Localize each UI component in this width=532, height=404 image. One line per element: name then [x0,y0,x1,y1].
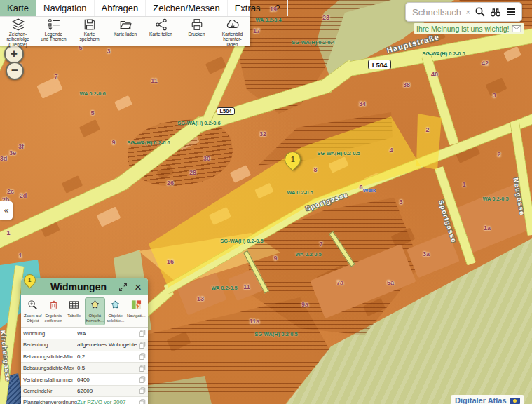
copy-icon[interactable] [137,387,146,394]
printer-icon [190,18,204,31]
close-icon[interactable]: × [132,281,144,292]
row-value: 0,2 [77,354,137,360]
legend-icon [47,18,61,31]
parcel-number: 40 [431,71,438,78]
binoculars-icon[interactable] [490,6,501,18]
menu-icon[interactable] [505,6,517,18]
parcel-number: 3f [18,143,24,150]
folder-open-icon [118,18,132,31]
menu-tab-2[interactable]: Abfragen [95,0,146,16]
parcel-number: 11 [243,283,250,290]
menu-tab-1[interactable]: Navigation [36,0,94,16]
copy-icon[interactable] [137,353,146,360]
panel-tool-5[interactable]: Navigati... [126,297,147,325]
copy-icon[interactable] [137,399,146,404]
copy-icon[interactable] [137,342,146,349]
menu-tab-3[interactable]: Zeichen/Messen [146,0,227,16]
zone-label: WA 0.2-0.6 [79,90,105,97]
copy-icon[interactable] [137,330,146,337]
atlas-logo-icon [510,398,520,404]
zone-label: WA 0.2-0.5 [287,189,313,196]
parcel-number: 1 [6,229,10,236]
save-icon [83,18,97,31]
panel-header: 1 Widmungen × [21,278,148,295]
menu-tool-5[interactable]: Drucken [179,18,214,36]
parcel-number: 9 [111,139,115,146]
row-value: 0400 [77,377,137,383]
row-label: Bebauungsdichte-Max [23,365,77,371]
menu-tool-label: Drucken [188,32,205,36]
zoom-in-label: + [11,47,18,61]
table-row: WidmungWA [21,328,148,339]
widmungen-panel: 1 Widmungen × Zoom auf ObjektErgebnis en… [21,278,148,404]
menu-tool-label: Karte teilen [149,32,172,36]
parcel-number: 4 [389,147,393,154]
menu-tool-4[interactable]: Karte teilen [143,18,179,36]
parcel-number: 34 [359,100,366,107]
panel-tool-3[interactable]: Objekt hervorh... [85,297,106,325]
zone-label: SG-WA(H) 0.2-0.5 [254,331,297,337]
zone-label: SG-WA(H) 0.2-0.5 [422,50,465,57]
expand-icon[interactable] [117,281,128,292]
zone-label: SG-WA(H) 0.2-0.5 [220,238,263,244]
search-icon[interactable] [475,6,486,18]
envelope-icon [512,22,521,35]
menu-tab-4[interactable]: Extras [228,0,268,16]
panel-tool-0[interactable]: Zoom auf Objekt [22,297,43,325]
zoom-out-button[interactable]: − [6,62,24,80]
panel-tool-2[interactable]: Tabelle [64,297,85,325]
zone-label: WA 0.2-0.5 [482,196,508,202]
parcel-number: 3 [492,92,496,99]
parcel-number: 7 [319,241,322,248]
parcel-number: 7a [336,279,343,286]
menu-tool-6[interactable]: Kartenbild herunter- laden [214,18,250,47]
panel-tool-4[interactable]: Objekte selektie... [105,297,126,325]
copy-icon[interactable] [137,365,146,372]
table-row: Verfahrensfallnummer0400 [21,373,148,384]
menu-tool-0[interactable]: Zeichen- reihenfolge (Dienste) [0,18,36,47]
menu-tool-2[interactable]: Karte speichern [71,18,107,42]
zoom-object-icon [27,299,38,313]
menu-tab-0[interactable]: Karte [0,0,36,16]
search-input[interactable] [411,6,462,18]
parcel-number: 42 [482,60,489,67]
table-row: Bedeutungallgemeines Wohngebiet [21,339,148,350]
panel-tool-label: Tabelle [67,314,81,318]
table-row: GemeindeNr62009 [21,385,148,396]
zone-label: SG-WA(H) 0.2-0.6 [127,140,170,146]
panel-tool-1[interactable]: Ergebnis entfernen [43,297,64,325]
parcel-number: 2 [497,151,500,158]
highlight-object-icon [90,299,100,313]
parcel-number: 26 [167,180,174,187]
panel-tool-label: Zoom auf Objekt [24,314,41,323]
main-menu: KarteNavigationAbfragenZeichen/MessenExt… [0,0,250,46]
table-row: Bebauungsdichte-Min0,2 [21,351,148,362]
parcel-number: 5a [387,279,394,286]
parcel-number: 16 [167,258,174,265]
clear-icon[interactable]: × [466,8,470,16]
row-value[interactable]: Zur PZVO vor 2007 [77,399,137,404]
panel-tool-label: Objekte selektie... [107,314,124,323]
result-marker-label: 1 [291,156,295,163]
parcel-number: 1 [462,181,465,188]
copy-icon[interactable] [137,376,146,383]
parcel-number: 7 [54,73,57,80]
panel-tool-label: Objekt hervorh... [86,314,104,323]
sidebar-collapse-button[interactable]: « [0,201,13,220]
feedback-banner[interactable]: Ihre Meinung ist uns wichtig! [414,23,524,34]
zoom-out-label: − [11,64,18,78]
menu-tab-bar: KarteNavigationAbfragenZeichen/MessenExt… [0,0,250,17]
parcel-number: 3 [399,198,402,206]
menu-tool-label: Zeichen- reihenfolge (Dienste) [6,32,29,47]
panel-tool-label: Navigati... [127,314,146,318]
zone-label: SG-WA(H) 0.2-0.6 [177,120,220,126]
parcel-number: 17 [253,27,260,34]
zone-label: WA 0.2-0.4 [255,17,281,23]
menu-tab-5[interactable]: ? [268,0,288,16]
layers-icon [11,18,25,31]
parcel-number: 8 [313,166,317,173]
menu-tool-1[interactable]: Legende und Themen [36,18,71,42]
quick-search-box: × [405,2,522,22]
road-shield: L504 [217,107,235,115]
menu-tool-3[interactable]: Karte laden [107,18,143,36]
